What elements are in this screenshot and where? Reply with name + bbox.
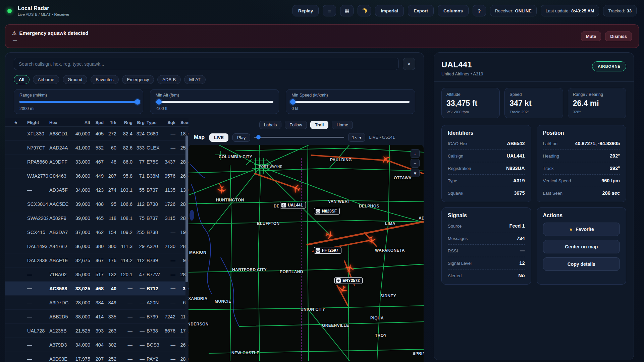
aircraft-label-eny3572[interactable]: ENY3572 — [334, 277, 363, 284]
table-scrollbar[interactable] — [185, 127, 188, 362]
map-city-label: TROY — [375, 333, 387, 338]
cell-sqk: — — [163, 230, 176, 235]
min-speed-slider-label: Min Speed (kt/kmh) — [291, 93, 410, 98]
replay-button[interactable]: Replay — [292, 5, 319, 16]
column-header-rng[interactable]: Rng — [117, 120, 133, 125]
table-row[interactable]: —ABB2D538,000414335——B7397242117s — [5, 310, 189, 324]
table-row[interactable]: —71BA0235,000517132120.147B77W—282s — [5, 267, 189, 282]
cell-alt: 39,000 — [70, 201, 91, 207]
cell-brg: 112 — [133, 258, 146, 263]
filter-chip-all[interactable]: All — [14, 75, 30, 84]
dismiss-button[interactable]: Dismiss — [605, 32, 632, 41]
column-header-spd[interactable]: Spd — [91, 120, 105, 125]
plane-icon — [316, 248, 320, 253]
cell-trk: 176 — [105, 258, 117, 263]
column-header-seen[interactable]: Seen — [176, 120, 189, 125]
min-alt-slider[interactable] — [156, 101, 274, 103]
min-alt-slider-thumb[interactable] — [156, 99, 162, 105]
table-row[interactable]: DAL2838ABAF1E32,675467176114.2112B739—95… — [5, 253, 189, 267]
playback-timeline[interactable] — [254, 137, 344, 138]
filter-chip-mlat[interactable]: MLAT — [184, 75, 206, 84]
last-update-badge: Last update: 8:43:25 AM — [541, 5, 599, 16]
filter-chip-ground[interactable]: Ground — [63, 75, 87, 84]
table-row[interactable]: SWA2202A582F939,000465118108.175B7373115… — [5, 211, 189, 225]
filter-chip-airborne[interactable]: Airborne — [33, 75, 59, 84]
center-on-map-button[interactable]: Center on map — [543, 240, 620, 253]
column-header-favorite[interactable]: ★ — [5, 120, 26, 125]
table-row[interactable]: N797CTAAD24A41,0005326082.6333GLEX—252s — [5, 141, 189, 155]
min-speed-slider[interactable] — [291, 101, 410, 103]
map-city-label: ANDERSON — [189, 322, 209, 326]
detail-stats: Altitude 33,475 ft VS: -960 fpm Speed 34… — [434, 82, 634, 120]
columns-button[interactable]: Columns — [438, 5, 469, 16]
table-scrollbar-thumb[interactable] — [185, 135, 188, 282]
favorite-button[interactable]: ★ Favorite — [543, 223, 620, 236]
map-toggle-trail[interactable]: Trail — [310, 121, 329, 129]
aircraft-icon[interactable] — [217, 184, 227, 195]
cell-alt: 41,000 — [70, 145, 91, 150]
aircraft-label-n823sf[interactable]: N823SF — [314, 208, 340, 215]
column-header-trk[interactable]: Trk — [105, 120, 117, 125]
range-slider-thumb[interactable] — [135, 99, 140, 105]
search-input[interactable] — [14, 58, 399, 70]
table-row[interactable]: —A0D93E17,975207252——PAY2—280s — [5, 352, 189, 362]
flight-table-body: XFL330A68CD140,00040527282.4324C680—180s… — [5, 127, 189, 362]
detail-sections: Identifiers ICAO HexAB6542CallsignUAL441… — [434, 120, 634, 290]
column-header-hex[interactable]: Hex — [48, 120, 70, 125]
filter-chip-favorites[interactable]: Favorites — [91, 75, 118, 84]
map-toggle-home[interactable]: Home — [332, 121, 353, 129]
pan-down-button[interactable]: ▾ — [411, 169, 420, 177]
zoom-in-button[interactable]: + — [411, 149, 420, 158]
aircraft-icon[interactable] — [366, 234, 377, 245]
table-row[interactable]: —AD3A5F34,000423274103.155B7371135130s — [5, 183, 189, 197]
cell-rng: — — [117, 314, 133, 319]
list-view-button[interactable]: ≡ — [323, 5, 336, 16]
table-row[interactable]: —A3D7DC28,000384349——A20N—61s — [5, 296, 189, 310]
cell-flight: — — [26, 300, 48, 305]
range-slider[interactable] — [19, 101, 138, 103]
live-button[interactable]: LIVE — [209, 133, 228, 142]
export-button[interactable]: Export — [408, 5, 434, 16]
table-row[interactable]: XFL330A68CD140,00040527282.4324C680—180s — [5, 127, 189, 141]
mute-button[interactable]: Mute — [581, 32, 601, 41]
units-button[interactable]: Imperial — [375, 5, 404, 16]
map-toggle-follow[interactable]: Follow — [285, 121, 307, 129]
cell-trk: 48 — [105, 159, 117, 165]
table-row[interactable]: WJA2770C0446336,00044920795.871B38M05762… — [5, 169, 189, 183]
table-row[interactable]: —AC858833,02546840——B712—34s — [5, 282, 189, 296]
filter-chip-emergency[interactable]: Emergency — [122, 75, 154, 84]
column-header-type[interactable]: Type — [146, 120, 163, 125]
map-toggle-labels[interactable]: Labels — [259, 121, 281, 129]
column-header-brg[interactable]: Brg — [133, 120, 146, 125]
grid-view-button[interactable]: ▦ — [340, 5, 354, 16]
help-button[interactable]: ? — [473, 5, 486, 16]
cell-trk: 132 — [105, 272, 117, 277]
table-row[interactable]: SCX3014AAC5EC39,00048895106.6112B7381726… — [5, 197, 189, 211]
table-row[interactable]: SCX415AB3DA737,000462154109.2255B738—192… — [5, 225, 189, 239]
play-button[interactable]: Play — [232, 133, 250, 142]
playback-speed-select[interactable]: 1× ▾ — [348, 133, 365, 142]
filter-chip-row: AllAirborneGroundFavoritesEmergencyADS-B… — [14, 75, 415, 84]
map-section: LabelsFollowTrailHome Map LIVE Play 1× ▾… — [189, 118, 424, 362]
zoom-out-button[interactable]: − — [411, 159, 420, 168]
aircraft-label-ual441[interactable]: UAL441 — [280, 202, 306, 208]
cell-rng: — — [117, 300, 133, 305]
aircraft-label-fft2697[interactable]: FFT2697 — [314, 247, 341, 254]
table-row[interactable]: —A379D334,000404302——BCS3—265s — [5, 338, 189, 352]
table-row[interactable]: UAL728A1235B21,525393263——B7386676171s — [5, 324, 189, 338]
cell-flight: SWA2202 — [26, 216, 48, 221]
table-row[interactable]: DAL1493A4478D36,000380300111.329A3202130… — [5, 239, 189, 253]
filter-chip-ads-b[interactable]: ADS-B — [157, 75, 181, 84]
map-canvas[interactable]: +−▾ COLUMBIA CITYFORT WAYNEPAULDINGOTTAW… — [189, 145, 424, 362]
theme-toggle-button[interactable] — [358, 5, 371, 16]
table-row[interactable]: RPA5660A19DFF33,0004674886.077E75S343728… — [5, 155, 189, 169]
cell-flight: — — [26, 286, 48, 291]
close-search-button[interactable]: ✕ — [403, 58, 415, 70]
min-speed-slider-thumb[interactable] — [290, 99, 296, 105]
column-header-flight[interactable]: Flight — [26, 120, 48, 125]
column-header-alt[interactable]: Alt — [70, 120, 91, 125]
column-header-sqk[interactable]: Sqk — [163, 120, 176, 125]
cell-type: B38M — [146, 173, 163, 179]
playback-timeline-thumb[interactable] — [256, 135, 261, 139]
copy-details-button[interactable]: Copy details — [543, 257, 620, 271]
